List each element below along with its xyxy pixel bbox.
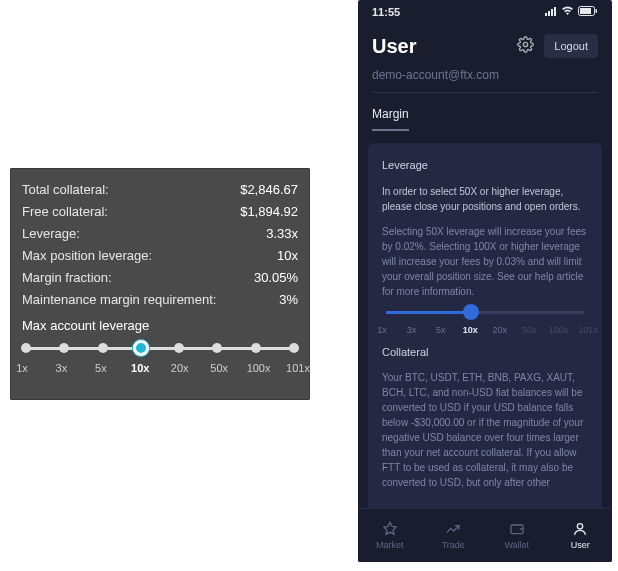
svg-point-7 — [524, 42, 528, 46]
stat-label: Free collateral: — [22, 204, 108, 219]
clock: 11:55 — [372, 6, 400, 18]
stat-row: Total collateral:$2,846.67 — [22, 178, 298, 200]
slider-tick[interactable] — [174, 343, 184, 353]
phone-slider-label: 10x — [463, 324, 478, 338]
slider-tick[interactable] — [98, 343, 108, 353]
bottom-tabbar: Market Trade Wallet User — [358, 508, 612, 562]
tabbar-trade-label: Trade — [442, 540, 465, 550]
phone-slider-label: 3x — [407, 324, 417, 338]
leverage-card: Leverage In order to select 50X or highe… — [368, 143, 602, 514]
stat-label: Max position leverage: — [22, 248, 152, 263]
wifi-icon — [561, 6, 574, 18]
stat-row: Max position leverage:10x — [22, 244, 298, 266]
slider-tick[interactable] — [251, 343, 261, 353]
stat-row: Leverage:3.33x — [22, 222, 298, 244]
phone-slider-label: 101x — [578, 324, 598, 338]
account-email: demo-account@ftx.com — [358, 64, 612, 92]
svg-rect-5 — [580, 8, 591, 14]
tabbar-user[interactable]: User — [549, 509, 613, 562]
phone-slider-label: 100x — [549, 324, 569, 338]
phone-slider-label: 1x — [377, 324, 387, 338]
phone-slider-label: 50x — [522, 324, 537, 338]
stat-label: Leverage: — [22, 226, 80, 241]
slider-label: 10x — [131, 362, 149, 374]
slider-tick[interactable] — [212, 343, 222, 353]
collateral-text: Your BTC, USDT, ETH, BNB, PAXG, XAUT, BC… — [382, 370, 588, 490]
margin-stats-panel: Total collateral:$2,846.67Free collatera… — [10, 168, 310, 400]
logout-button[interactable]: Logout — [544, 34, 598, 58]
battery-icon — [578, 6, 598, 18]
svg-rect-6 — [596, 9, 598, 13]
svg-rect-0 — [545, 13, 547, 16]
phone-slider-thumb[interactable] — [463, 304, 479, 320]
stat-row: Maintenance margin requirement:3% — [22, 288, 298, 310]
svg-rect-1 — [548, 11, 550, 16]
status-bar: 11:55 — [358, 0, 612, 18]
stat-value: $1,894.92 — [240, 204, 298, 219]
svg-rect-3 — [554, 7, 556, 16]
tabbar-market-label: Market — [376, 540, 404, 550]
slider-label: 20x — [171, 362, 189, 374]
collateral-title: Collateral — [382, 344, 588, 361]
stat-label: Total collateral: — [22, 182, 109, 197]
slider-thumb[interactable] — [133, 340, 149, 356]
slider-tick[interactable] — [21, 343, 31, 353]
stat-value: 30.05% — [254, 270, 298, 285]
stat-value: 3.33x — [266, 226, 298, 241]
stat-row: Margin fraction:30.05% — [22, 266, 298, 288]
slider-label: 50x — [210, 362, 228, 374]
stat-label: Maintenance margin requirement: — [22, 292, 216, 307]
phone-slider-label: 5x — [436, 324, 446, 338]
stat-value: 10x — [277, 248, 298, 263]
slider-title: Max account leverage — [22, 318, 298, 333]
page-title: User — [372, 35, 416, 58]
leverage-title: Leverage — [382, 157, 588, 174]
tabbar-trade[interactable]: Trade — [422, 509, 486, 562]
leverage-info: Selecting 50X leverage will increase you… — [382, 224, 588, 299]
tabbar-market[interactable]: Market — [358, 509, 422, 562]
gear-icon[interactable] — [517, 36, 534, 57]
tabbar-wallet[interactable]: Wallet — [485, 509, 549, 562]
phone-slider-label: 20x — [492, 324, 507, 338]
phone-screen: 11:55 User Logout demo-account@ftx — [358, 0, 612, 562]
svg-rect-2 — [551, 9, 553, 16]
slider-tick[interactable] — [59, 343, 69, 353]
slider-tick[interactable] — [289, 343, 299, 353]
tabbar-user-label: User — [571, 540, 590, 550]
slider-label: 5x — [95, 362, 107, 374]
stat-value: 3% — [279, 292, 298, 307]
leverage-slider[interactable]: 1x3x5x10x20x50x100x101x — [22, 347, 298, 378]
section-tabs: Margin — [358, 93, 612, 131]
tab-margin[interactable]: Margin — [372, 107, 409, 131]
leverage-warning: In order to select 50X or higher leverag… — [382, 184, 588, 214]
phone-leverage-slider[interactable]: 1x3x5x10x20x50x100x101x — [382, 311, 588, 338]
signal-icon — [545, 7, 557, 18]
slider-label: 1x — [16, 362, 28, 374]
tabbar-wallet-label: Wallet — [504, 540, 529, 550]
stat-value: $2,846.67 — [240, 182, 298, 197]
svg-point-9 — [578, 524, 583, 529]
slider-label: 3x — [56, 362, 68, 374]
stat-row: Free collateral:$1,894.92 — [22, 200, 298, 222]
stat-label: Margin fraction: — [22, 270, 112, 285]
slider-label: 100x — [247, 362, 271, 374]
slider-label: 101x — [286, 362, 310, 374]
